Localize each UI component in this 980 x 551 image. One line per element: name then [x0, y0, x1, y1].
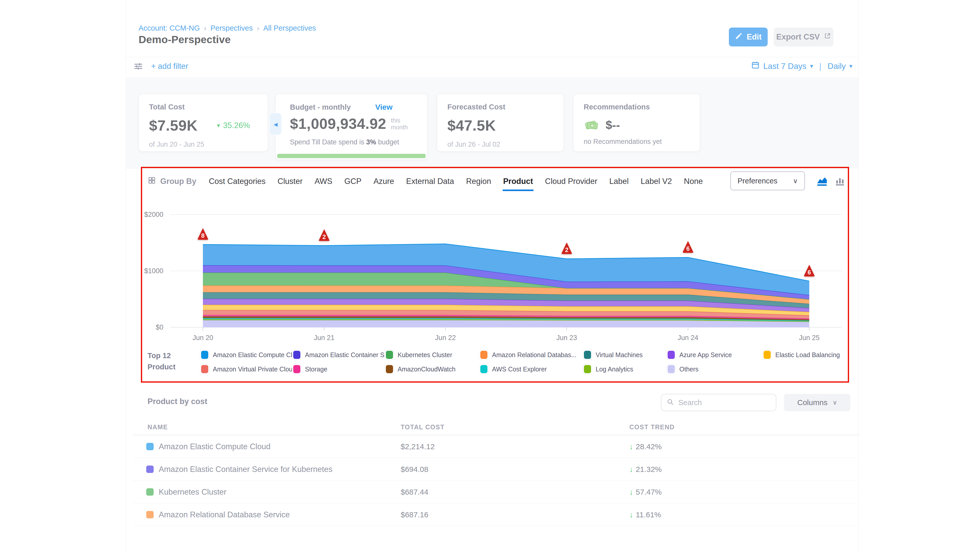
legend-item-amazoncloudwatch[interactable]: AmazonCloudWatch — [386, 363, 455, 375]
tab-azure[interactable]: Azure — [373, 177, 394, 186]
legend-item-elastic-load-balancing[interactable]: Elastic Load Balancing — [764, 349, 840, 361]
bar-chart-icon[interactable] — [834, 175, 846, 188]
legend-label: Virtual Machines — [596, 351, 643, 359]
trend-down-arrow-icon: ↓ — [629, 510, 633, 519]
total-cost-label: Total Cost — [149, 103, 258, 111]
granularity-value: Daily — [828, 62, 846, 71]
legend-label: Amazon Elastic Container S... — [305, 351, 390, 359]
trend-down-arrow-icon: ↓ — [629, 465, 633, 473]
legend-swatch — [201, 351, 208, 359]
legend-swatch — [293, 365, 301, 373]
legend-swatch — [584, 351, 591, 359]
anomaly-count: 8 — [197, 232, 208, 239]
filter-sliders-icon[interactable] — [133, 61, 143, 73]
edit-button[interactable]: Edit — [729, 27, 768, 46]
x-axis-tick-label: Jun 23 — [556, 334, 577, 341]
legend-item-azure-app-service[interactable]: Azure App Service — [668, 349, 732, 361]
table-row-amazon-relational-database-service[interactable]: Amazon Relational Database Service$687.1… — [133, 503, 858, 526]
row-color-swatch — [146, 511, 154, 518]
x-axis-tick-label: Jun 25 — [799, 334, 819, 341]
legend-item-log-analytics[interactable]: Log Analytics — [584, 363, 633, 375]
legend-item-amazon-relational-database-service[interactable]: Amazon Relational Databas... — [480, 349, 576, 361]
tab-none[interactable]: None — [684, 177, 703, 186]
preferences-dropdown[interactable]: Preferences ∨ — [730, 171, 805, 190]
anomaly-badge-jun-24[interactable]: 6 — [682, 241, 694, 253]
anomaly-badge-jun-20[interactable]: 8 — [197, 228, 208, 240]
granularity-select[interactable]: Daily ▾ — [828, 62, 853, 71]
page-title: Demo-Perspective — [138, 34, 231, 46]
tab-external-data[interactable]: External Data — [406, 177, 454, 186]
legend-item-aws-cost-explorer[interactable]: AWS Cost Explorer — [480, 363, 547, 375]
legend-item-amazon-elastic-compute-cloud[interactable]: Amazon Elastic Compute Cl... — [201, 349, 298, 361]
row-name: Amazon Elastic Container Service for Kub… — [159, 458, 332, 481]
recommendations-label: Recommendations — [584, 103, 690, 111]
legend-swatch — [293, 351, 301, 359]
columns-button[interactable]: Columns ∨ — [784, 394, 850, 411]
legend-label: AmazonCloudWatch — [398, 365, 455, 373]
legend-label: Azure App Service — [679, 351, 732, 359]
anomaly-badge-jun-23[interactable]: 2 — [561, 242, 573, 254]
group-by-label-group: Group By — [148, 176, 196, 187]
budget-view-link[interactable]: View — [375, 103, 393, 111]
area-chart-icon[interactable] — [816, 175, 829, 188]
table-row-amazon-elastic-compute-cloud[interactable]: Amazon Elastic Compute Cloud$2,214.12↓28… — [133, 435, 858, 458]
breadcrumb-separator: › — [204, 24, 206, 32]
export-csv-button[interactable]: Export CSV — [774, 27, 834, 46]
tab-product[interactable]: Product — [503, 177, 533, 186]
budget-value-suffix: this month — [391, 117, 413, 130]
breadcrumb-item-account-ccm-ng[interactable]: Account: CCM-NG — [138, 24, 200, 32]
legend-item-amazon-elastic-container-service-for-kubernetes[interactable]: Amazon Elastic Container S... — [293, 349, 390, 361]
x-axis-tick-label: Jun 20 — [192, 334, 213, 341]
budget-progress-bar — [277, 154, 426, 158]
tab-cost-categories[interactable]: Cost Categories — [209, 177, 266, 186]
trend-percent: 28.42% — [636, 442, 662, 451]
y-axis-tick-label: $0 — [156, 324, 163, 331]
anomaly-badge-jun-25[interactable]: 6 — [803, 265, 815, 276]
tab-gcp[interactable]: GCP — [344, 177, 361, 186]
legend-item-amazon-virtual-private-cloud[interactable]: Amazon Virtual Private Cloud — [201, 363, 296, 375]
legend-swatch — [584, 365, 591, 373]
total-cost-card: Total Cost $7.59K ▾35.26% of Jun 20 - Ju… — [138, 94, 268, 151]
carousel-prev-button[interactable]: ◂ — [270, 113, 281, 135]
column-header-cost-trend: COST TREND — [629, 424, 675, 431]
recommendations-card: Recommendations $-- no Recommendations y… — [573, 94, 700, 151]
columns-label: Columns — [797, 398, 827, 407]
search-icon — [667, 398, 674, 407]
forecasted-cost-card: Forecasted Cost $47.5K of Jun 26 - Jul 0… — [437, 94, 564, 151]
add-filter-button[interactable]: + add filter — [151, 62, 188, 71]
row-total-cost: $2,214.12 — [401, 435, 434, 458]
row-total-cost: $687.44 — [401, 481, 428, 503]
legend-item-virtual-machines[interactable]: Virtual Machines — [584, 349, 643, 361]
x-axis-tick-label: Jun 22 — [435, 334, 456, 341]
anomaly-count: 2 — [561, 246, 573, 254]
y-axis-tick-label: $2000 — [144, 211, 163, 218]
budget-note: Spend Till Date spend is 3% budget — [290, 138, 413, 146]
legend-swatch — [480, 351, 487, 359]
row-color-swatch — [146, 465, 154, 473]
legend-swatch — [764, 351, 771, 359]
forecasted-cost-label: Forecasted Cost — [447, 103, 553, 111]
search-input[interactable] — [678, 399, 771, 407]
tab-aws[interactable]: AWS — [315, 177, 332, 186]
breadcrumb-item-all-perspectives[interactable]: All Perspectives — [263, 24, 316, 32]
tab-cloud-provider[interactable]: Cloud Provider — [545, 177, 597, 186]
table-row-kubernetes-cluster[interactable]: Kubernetes Cluster$687.44↓57.47% — [133, 481, 858, 503]
search-box — [661, 394, 776, 411]
date-range-select[interactable]: Last 7 Days ▾ — [751, 61, 813, 71]
legend-item-storage[interactable]: Storage — [293, 363, 328, 375]
row-color-swatch — [146, 443, 154, 450]
legend-item-kubernetes-cluster[interactable]: Kubernetes Cluster — [386, 349, 452, 361]
group-by-label: Group By — [160, 177, 196, 186]
breadcrumb-item-perspectives[interactable]: Perspectives — [210, 24, 253, 32]
tab-cluster[interactable]: Cluster — [278, 177, 303, 186]
total-cost-delta: ▾35.26% — [217, 121, 250, 130]
table-row-amazon-elastic-container-service-for-kubernetes[interactable]: Amazon Elastic Container Service for Kub… — [133, 458, 858, 481]
tab-label-v2[interactable]: Label V2 — [641, 177, 672, 186]
legend-item-others[interactable]: Others — [668, 363, 698, 375]
tab-label[interactable]: Label — [609, 177, 629, 186]
anomaly-badge-jun-21[interactable]: 2 — [318, 229, 330, 241]
row-name: Kubernetes Cluster — [159, 481, 226, 503]
y-axis-tick-label: $1000 — [144, 267, 163, 275]
tab-region[interactable]: Region — [466, 177, 491, 186]
legend-swatch — [668, 365, 675, 373]
